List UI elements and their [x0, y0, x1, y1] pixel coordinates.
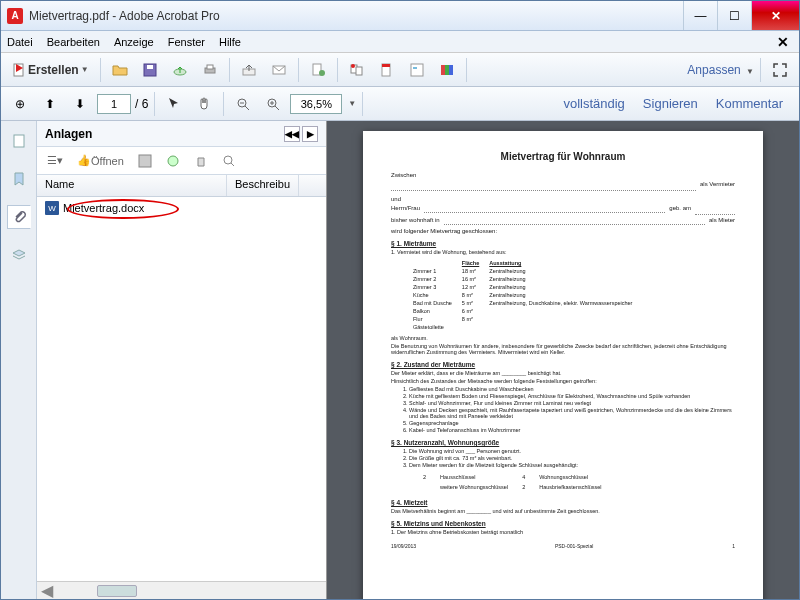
page-input[interactable] [97, 94, 131, 114]
attachments-tab[interactable] [7, 205, 31, 229]
attachment-row[interactable]: W Mietvertrag.docx [37, 197, 326, 219]
cloud-icon [172, 62, 188, 78]
close-button[interactable]: ✕ [751, 1, 799, 30]
tools-link[interactable]: vollständig [563, 96, 624, 111]
comment-link[interactable]: Kommentar [716, 96, 783, 111]
chevron-down-icon: ▼ [746, 67, 754, 76]
nav-toolbar: ⊕ ⬆ ⬇ / 6 ▼ vollständig Signieren Kommen… [1, 87, 799, 121]
scrollbar-thumb[interactable] [97, 585, 137, 597]
panel-next-button[interactable]: ▶ [302, 126, 318, 142]
menu-hilfe[interactable]: Hilfe [219, 36, 241, 48]
close-document-button[interactable]: ✕ [777, 34, 789, 50]
fullscreen-icon [772, 62, 788, 78]
minimize-button[interactable]: — [683, 1, 717, 30]
zoom-input[interactable] [290, 94, 342, 114]
svg-rect-14 [382, 64, 390, 67]
svg-rect-15 [411, 64, 423, 76]
svg-rect-19 [449, 65, 453, 75]
svg-rect-5 [207, 65, 213, 69]
zoom-in-button[interactable] [260, 91, 286, 117]
open-label: Öffnen [91, 155, 124, 167]
menu-anzeige[interactable]: Anzeige [114, 36, 154, 48]
zoom-out-button[interactable] [230, 91, 256, 117]
svg-rect-17 [441, 65, 445, 75]
main-toolbar: Erstellen ▼ Anpassen ▼ [1, 53, 799, 87]
customize-button[interactable]: Anpassen ▼ [687, 63, 754, 77]
svg-line-21 [245, 106, 249, 110]
trash-icon [194, 154, 208, 168]
chevron-down-icon[interactable]: ▼ [348, 99, 356, 108]
document-viewport[interactable]: Mietvertrag für Wohnraum Zwischen als Ve… [327, 121, 799, 599]
email-button[interactable] [266, 57, 292, 83]
next-page-button[interactable]: ⬇ [67, 91, 93, 117]
col-name[interactable]: Name [37, 175, 227, 196]
svg-point-12 [351, 64, 355, 68]
delete-attachment-button[interactable] [190, 151, 212, 171]
chevron-down-icon: ▼ [81, 65, 89, 74]
fullscreen-button[interactable] [767, 57, 793, 83]
keys-table: 2Hausschlüssel4Wohnungsschlüsselweitere … [421, 471, 616, 493]
view-options-button[interactable]: ☰▾ [43, 151, 67, 171]
multimedia-icon [439, 62, 455, 78]
svg-point-29 [168, 156, 178, 166]
prev-page-button[interactable]: ⬆ [37, 91, 63, 117]
edit-pdf-button[interactable] [374, 57, 400, 83]
export-pdf-button[interactable] [305, 57, 331, 83]
svg-line-24 [275, 106, 279, 110]
create-icon [12, 62, 28, 78]
sign-link[interactable]: Signieren [643, 96, 698, 111]
thumbnails-tab[interactable] [7, 129, 31, 153]
menu-fenster[interactable]: Fenster [168, 36, 205, 48]
panel-toolbar: ☰▾ 👍 Öffnen [37, 147, 326, 175]
col-description[interactable]: Beschreibu [227, 175, 299, 196]
zoom-out-icon [235, 96, 251, 112]
search-attachment-button[interactable] [218, 151, 240, 171]
combine-icon [349, 62, 365, 78]
open-attachment-button[interactable]: 👍 Öffnen [73, 151, 128, 171]
customize-label: Anpassen [687, 63, 740, 77]
save-attachment-button[interactable] [134, 151, 156, 171]
app-icon: A [7, 8, 23, 24]
create-label: Erstellen [28, 63, 79, 77]
floppy-icon [138, 154, 152, 168]
bookmarks-tab[interactable] [7, 167, 31, 191]
pdf-page: Mietvertrag für Wohnraum Zwischen als Ve… [363, 131, 763, 599]
svg-rect-28 [139, 155, 151, 167]
printer-icon [202, 62, 218, 78]
zoom-in-icon [265, 96, 281, 112]
cloud-button[interactable] [167, 57, 193, 83]
window-controls: — ☐ ✕ [683, 1, 799, 30]
svg-point-30 [224, 156, 232, 164]
svg-point-9 [319, 70, 325, 76]
maximize-button[interactable]: ☐ [717, 1, 751, 30]
window-title: Mietvertrag.pdf - Adobe Acrobat Pro [29, 9, 683, 23]
menu-bearbeiten[interactable]: Bearbeiten [47, 36, 100, 48]
hand-icon [196, 96, 212, 112]
combine-button[interactable] [344, 57, 370, 83]
rooms-table: FlächeAusstattungZimmer 118 m²Zentralhei… [411, 258, 642, 332]
save-button[interactable] [137, 57, 163, 83]
create-button[interactable]: Erstellen ▼ [7, 57, 94, 83]
hand-tool[interactable] [191, 91, 217, 117]
word-icon: W [45, 201, 59, 215]
layers-tab[interactable] [7, 243, 31, 267]
add-attachment-button[interactable] [162, 151, 184, 171]
menu-datei[interactable]: Datei [7, 36, 33, 48]
print-button[interactable] [197, 57, 223, 83]
pdf-export-icon [310, 62, 326, 78]
s3-list: Die Wohnung wird von ___ Personen genutz… [409, 448, 735, 468]
horizontal-scrollbar[interactable]: ◀ [37, 581, 326, 599]
search-icon [222, 154, 236, 168]
menubar: Datei Bearbeiten Anzeige Fenster Hilfe ✕ [1, 31, 799, 53]
paperclip-icon [11, 209, 27, 225]
column-headers: Name Beschreibu [37, 175, 326, 197]
open-button[interactable] [107, 57, 133, 83]
panel-prev-button[interactable]: ◀◀ [284, 126, 300, 142]
multimedia-button[interactable] [434, 57, 460, 83]
select-tool[interactable] [161, 91, 187, 117]
form-button[interactable] [404, 57, 430, 83]
first-page-button[interactable]: ⊕ [7, 91, 33, 117]
share-button[interactable] [236, 57, 262, 83]
attachment-list: W Mietvertrag.docx [37, 197, 326, 581]
floppy-icon [142, 62, 158, 78]
